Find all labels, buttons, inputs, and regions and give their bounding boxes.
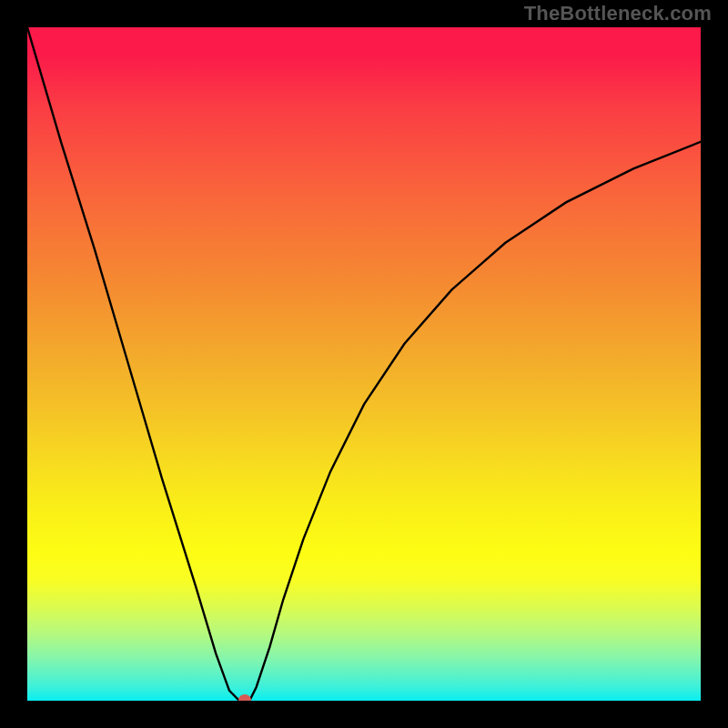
curve-left-branch xyxy=(27,27,239,701)
chart-frame: TheBottleneck.com xyxy=(0,0,728,728)
minimum-marker-dot xyxy=(238,694,251,701)
curve-svg xyxy=(27,27,701,701)
curve-right-branch xyxy=(249,142,701,701)
plot-area xyxy=(27,27,701,701)
watermark-text: TheBottleneck.com xyxy=(524,2,712,25)
